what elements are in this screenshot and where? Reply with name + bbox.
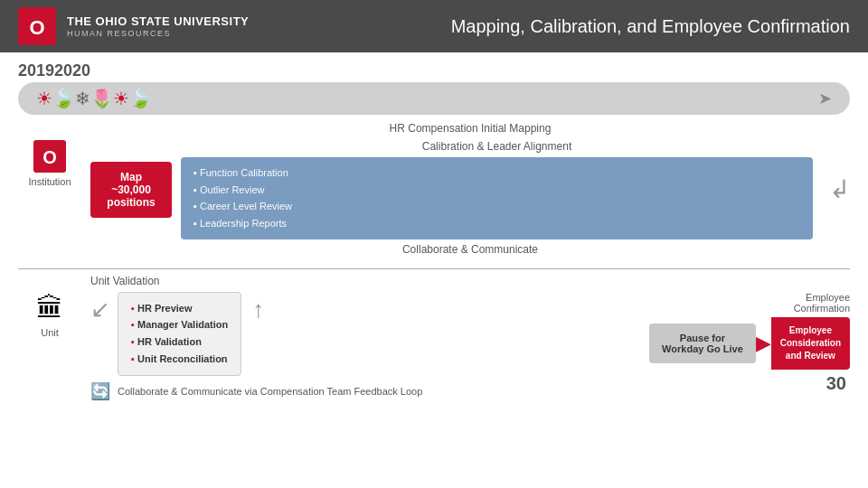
calibration-list: Function Calibration Outlier Review Care…	[193, 164, 800, 232]
calibration-item-4: Leadership Reports	[193, 215, 800, 232]
timeline-bar: ☀ 🍃 ❄ 🌷 ☀ 🍃 ➤	[18, 82, 850, 115]
leaf-icon-2: 🍃	[129, 88, 152, 109]
unit-row: 🏛 Unit Unit Validation ↙ HR Preview Mana…	[18, 275, 850, 401]
unit-validation-title: Unit Validation	[90, 275, 850, 287]
unit-item-4: Unit Reconciliation	[131, 351, 228, 368]
osu-small-logo: O	[33, 140, 66, 173]
unit-label: Unit	[41, 327, 59, 338]
pause-box: Pause for Workday Go Live	[649, 324, 756, 363]
institution-label: Institution	[28, 176, 71, 187]
year-2020: 2020	[54, 61, 90, 80]
year-labels: 2019 2020	[18, 61, 850, 80]
university-name: THE OHIO STATE UNIVERSITY	[67, 14, 249, 28]
collaborate-institution: Collaborate & Communicate	[90, 243, 850, 256]
page-title: Mapping, Calibration, and Employee Confi…	[451, 16, 850, 37]
flower-icon: 🌷	[90, 88, 113, 109]
pause-line1: Pause for	[680, 333, 725, 343]
section-divider	[18, 268, 850, 269]
map-line2: ~30,000	[111, 183, 151, 196]
map-box: Map ~30,000 positions	[90, 162, 172, 218]
svg-text:O: O	[42, 147, 57, 167]
institution-row: O Institution HR Compensation Initial Ma…	[18, 122, 850, 259]
timeline-section: 2019 2020 ☀ 🍃 ❄ 🌷 ☀ 🍃 ➤	[18, 61, 850, 115]
employee-conf-arrow-icon: ▶	[756, 332, 771, 355]
svg-text:O: O	[29, 16, 44, 39]
leaf-icon-1: 🍃	[52, 88, 75, 109]
header-text: THE OHIO STATE UNIVERSITY HUMAN RESOURCE…	[67, 14, 249, 38]
calibration-title: Calibration & Leader Alignment	[181, 140, 813, 153]
building-icon: 🏛	[36, 293, 63, 324]
calibration-section: Calibration & Leader Alignment Function …	[181, 140, 813, 239]
calibration-item-3: Career Level Review	[193, 198, 800, 215]
pause-line2: Workday Go Live	[662, 343, 743, 354]
institution-content: HR Compensation Initial Mapping Map ~30,…	[90, 122, 850, 259]
arrow-left-down-icon: ↙	[90, 296, 110, 324]
employee-conf-box: EmployeeConsiderationand Review	[771, 317, 850, 370]
sun-icon-1: ☀	[36, 88, 52, 109]
arrow-up-icon: ↑	[252, 296, 264, 324]
unit-box: HR Preview Manager Validation HR Validat…	[118, 292, 241, 376]
osu-logo: O	[18, 7, 56, 45]
unit-content: Unit Validation ↙ HR Preview Manager Val…	[90, 275, 850, 401]
arrow-down-right-icon: ↲	[829, 174, 850, 204]
loop-icon: 🔄	[90, 381, 110, 401]
header: O THE OHIO STATE UNIVERSITY HUMAN RESOUR…	[0, 0, 868, 52]
emp-conf-line1: EmployeeConsiderationand Review	[780, 324, 841, 362]
unit-item-1: HR Preview	[131, 300, 228, 317]
collaborate-unit: 🔄 Collaborate & Communicate via Compensa…	[90, 381, 850, 401]
map-line1: Map	[120, 171, 142, 183]
department-name: HUMAN RESOURCES	[67, 29, 249, 38]
unit-item-2: Manager Validation	[131, 316, 228, 333]
map-line3: positions	[107, 196, 155, 209]
unit-main: ↙ HR Preview Manager Validation HR Valid…	[90, 292, 850, 376]
employee-confirmation-label: EmployeeConfirmation	[794, 292, 850, 314]
institution-icon-col: O Institution	[18, 122, 81, 187]
calibration-box: Function Calibration Outlier Review Care…	[181, 157, 813, 239]
calibration-item-2: Outlier Review	[193, 182, 800, 199]
mapping-title: HR Compensation Initial Mapping	[90, 122, 850, 135]
sun-icon-2: ☀	[113, 88, 129, 109]
unit-item-3: HR Validation	[131, 333, 228, 351]
page-number: 30	[826, 373, 846, 394]
main-content: 2019 2020 ☀ 🍃 ❄ 🌷 ☀ 🍃 ➤ O Institution HR…	[0, 52, 868, 401]
unit-icon-col: 🏛 Unit	[18, 275, 81, 338]
year-2019: 2019	[18, 61, 54, 80]
calibration-item-1: Function Calibration	[193, 164, 800, 182]
snowflake-icon: ❄	[75, 88, 90, 109]
institution-main: Map ~30,000 positions Calibration & Lead…	[90, 140, 850, 239]
unit-right: EmployeeConfirmation Pause for Workday G…	[649, 292, 850, 370]
collaborate-unit-label: Collaborate & Communicate via Compensati…	[118, 386, 422, 397]
timeline-arrow: ➤	[818, 89, 832, 108]
unit-list: HR Preview Manager Validation HR Validat…	[131, 300, 228, 368]
